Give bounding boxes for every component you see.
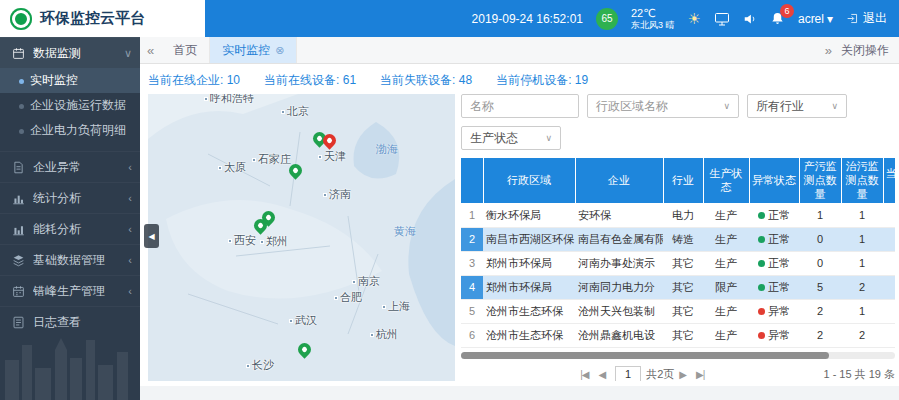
sidebar-subitem-realtime-monitor[interactable]: 实时监控 xyxy=(0,68,140,93)
last-page-icon[interactable]: ▶| xyxy=(696,369,704,380)
status-dot-icon xyxy=(758,236,765,243)
table-row[interactable]: 3 郑州市环保局 河南办事处演示 其它 生产 正常 0 1 0 xyxy=(461,251,895,275)
city-label: 天津 xyxy=(318,149,346,164)
city-label: 济南 xyxy=(323,187,351,202)
first-page-icon[interactable]: |◀ xyxy=(580,369,588,380)
status-dot-icon xyxy=(758,284,765,291)
sidebar-item-label: 数据监测 xyxy=(33,45,117,62)
close-operations-label: 关闭操作 xyxy=(841,42,889,59)
city-marker-icon xyxy=(281,110,285,114)
monitor-icon[interactable] xyxy=(714,11,730,27)
chevron-down-icon: ∨ xyxy=(831,101,838,111)
region-select-value: 行政区域名称 xyxy=(596,98,668,115)
main-panel: ◀ 呼和浩特 北京 天津 石家庄 太原 济 xyxy=(148,94,895,381)
map-view[interactable]: 呼和浩特 北京 天津 石家庄 太原 济南 西安 郑州 南京 合肥 上海 武汉 杭… xyxy=(148,94,455,381)
speaker-icon[interactable] xyxy=(743,12,757,26)
city-marker-icon xyxy=(260,240,264,244)
datetime-label: 2019-09-24 16:52:01 xyxy=(472,12,583,26)
name-input[interactable] xyxy=(461,94,579,118)
table-header-row: 行政区域 企业 行业 生产状态 异常状态 产污监测点数量 治污监测点数量 当前运… xyxy=(461,158,895,203)
enterprise-table-container: 行政区域 企业 行业 生产状态 异常状态 产污监测点数量 治污监测点数量 当前运… xyxy=(461,158,895,350)
production-status-select[interactable]: 生产状态 ∨ xyxy=(461,126,561,150)
sidebar-item-production-schedule[interactable]: 错峰生产管理 ‹ xyxy=(0,275,140,306)
city-marker-icon xyxy=(318,155,322,159)
region-select[interactable]: 行政区域名称 ∨ xyxy=(587,94,739,118)
industry-select[interactable]: 所有行业 ∨ xyxy=(747,94,847,118)
col-company: 企业 xyxy=(575,158,663,203)
status-dot-icon xyxy=(758,332,765,339)
sun-weather-icon: ☀ xyxy=(688,10,701,28)
chevron-down-icon: ∨ xyxy=(723,101,730,111)
city-marker-icon xyxy=(289,319,293,323)
sidebar-subitem-facility-data[interactable]: 企业设施运行数据 xyxy=(0,93,140,118)
tabs-expand-icon[interactable]: » xyxy=(818,37,839,63)
user-menu[interactable]: acrel ▾ xyxy=(798,12,833,26)
stats-row: 当前在线企业: 10 当前在线设备: 61 当前失联设备: 48 当前停机设备:… xyxy=(148,71,895,89)
sidebar: 数据监测 ∨ 实时监控 企业设施运行数据 企业电力负荷明细 企业异常 ‹ 统计分… xyxy=(0,37,140,400)
stat-stopped-devices: 当前停机设备: 19 xyxy=(496,72,588,89)
chevron-left-icon: ‹ xyxy=(128,223,132,235)
app-logo-icon xyxy=(10,8,32,30)
sidebar-item-base-data[interactable]: 基础数据管理 ‹ xyxy=(0,244,140,275)
col-industry: 行业 xyxy=(663,158,703,203)
header-right: 2019-09-24 16:52:01 65 22℃ 东北风3 晴 ☀ 6 ac… xyxy=(205,0,899,37)
tab-realtime-monitor[interactable]: 实时监控 ⊗ xyxy=(210,37,297,63)
prev-page-icon[interactable]: ◀ xyxy=(598,369,605,380)
city-label: 西安 xyxy=(228,233,256,248)
notification-badge[interactable]: 6 xyxy=(780,4,794,18)
city-marker-icon xyxy=(252,158,256,162)
table-row[interactable]: 2 南昌市西湖区环保 南昌有色金属有限 铸造 生产 正常 0 1 0 xyxy=(461,227,895,251)
map-collapse-button[interactable]: ◀ xyxy=(144,224,159,248)
city-marker-icon xyxy=(228,239,232,243)
app-window: 环保监控云平台 2019-09-24 16:52:01 65 22℃ 东北风3 … xyxy=(0,0,899,400)
enterprise-table: 行政区域 企业 行业 生产状态 异常状态 产污监测点数量 治污监测点数量 当前运… xyxy=(461,158,895,350)
weather-text: 22℃ 东北风3 晴 xyxy=(631,7,675,30)
table-row[interactable]: 7 沧州市生态环保 沧县隆鑫强力加 其它 生产 异常 2 1 0 xyxy=(461,347,895,350)
table-row[interactable]: 6 沧州市生态环保 沧州鼎鑫机电设 其它 生产 异常 2 2 4 xyxy=(461,323,895,347)
sidebar-item-data-monitoring[interactable]: 数据监测 ∨ xyxy=(0,37,140,68)
city-label: 杭州 xyxy=(370,327,398,342)
city-marker-icon xyxy=(352,280,356,284)
sidebar-item-label: 企业异常 xyxy=(33,159,121,176)
city-label: 长沙 xyxy=(246,358,274,373)
calendar-icon xyxy=(12,284,26,298)
tabs-collapse-icon[interactable]: « xyxy=(140,37,161,63)
sidebar-subitem-power-detail[interactable]: 企业电力负荷明细 xyxy=(0,118,140,143)
page-number-input[interactable] xyxy=(615,366,641,382)
sidebar-item-enterprise-abnormal[interactable]: 企业异常 ‹ xyxy=(0,151,140,182)
main-area: « 首页 实时监控 ⊗ » 关闭操作 当前在线企业: 10 当前在线设备: 61… xyxy=(140,37,899,400)
tab-home[interactable]: 首页 xyxy=(161,37,210,63)
table-row[interactable]: 4 郑州市环保局 河南同力电力分 其它 限产 正常 5 2 5 xyxy=(461,275,895,299)
city-marker-icon xyxy=(334,296,338,300)
table-row[interactable]: 5 沧州市生态环保 沧州天兴包装制 其它 生产 异常 2 1 3 xyxy=(461,299,895,323)
production-status-value: 生产状态 xyxy=(470,130,518,147)
status-dot-icon xyxy=(758,260,765,267)
close-icon[interactable]: ⊗ xyxy=(275,44,284,57)
close-operations-button[interactable]: 关闭操作 xyxy=(839,37,899,63)
right-panel: 行政区域名称 ∨ 所有行业 ∨ 生产状态 ∨ xyxy=(461,94,895,381)
col-status: 异常状态 xyxy=(749,158,799,203)
city-skyline-watermark xyxy=(0,320,140,400)
city-marker-icon xyxy=(246,364,250,368)
sidebar-item-label: 基础数据管理 xyxy=(33,252,121,269)
city-label: 石家庄 xyxy=(252,152,291,167)
stat-lost-devices: 当前失联设备: 48 xyxy=(380,72,472,89)
city-marker-icon xyxy=(370,333,374,337)
sidebar-item-statistics[interactable]: 统计分析 ‹ xyxy=(0,182,140,213)
chevron-left-icon: ‹ xyxy=(128,161,132,173)
bell-icon[interactable]: 6 xyxy=(770,11,785,26)
city-label: 郑州 xyxy=(260,234,288,249)
sidebar-item-energy-analysis[interactable]: 能耗分析 ‹ xyxy=(0,213,140,244)
sidebar-item-label: 能耗分析 xyxy=(33,221,121,238)
next-page-icon[interactable]: ▶ xyxy=(679,369,686,380)
horizontal-scrollbar[interactable] xyxy=(461,352,895,359)
table-row[interactable]: 1 衡水环保局 安环保 电力 生产 正常 1 1 0 xyxy=(461,203,895,227)
filter-row-1: 行政区域名称 ∨ 所有行业 ∨ xyxy=(461,94,895,118)
logout-button[interactable]: 退出 xyxy=(846,10,887,27)
sidebar-subitem-label: 实时监控 xyxy=(30,72,78,89)
sidebar-subitem-label: 企业电力负荷明细 xyxy=(30,122,126,139)
logout-label: 退出 xyxy=(863,10,887,27)
document-icon xyxy=(12,160,26,174)
stat-online-devices: 当前在线设备: 61 xyxy=(264,72,356,89)
scrollbar-thumb[interactable] xyxy=(461,352,829,359)
